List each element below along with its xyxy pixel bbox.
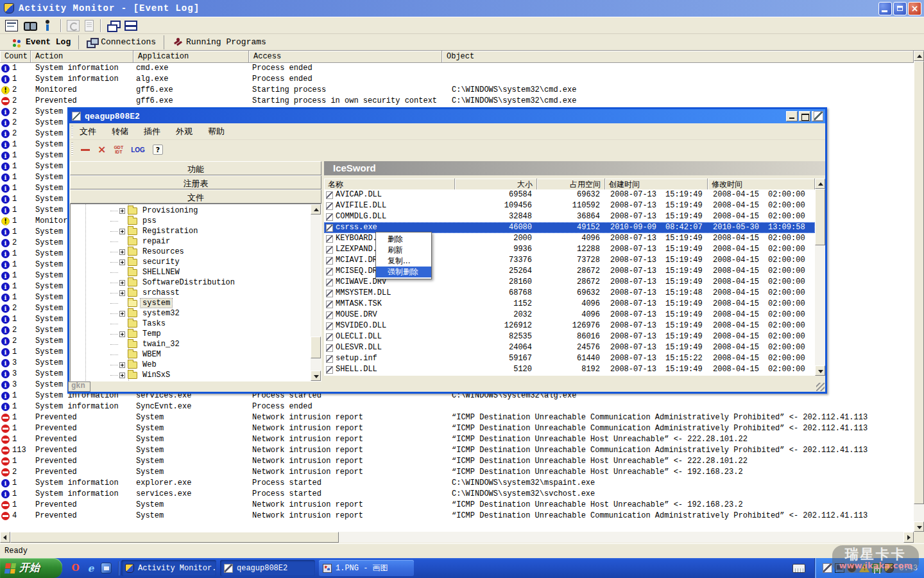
view-tab[interactable]: Connections [79,35,164,49]
column-header-action[interactable]: Action [31,51,133,63]
column-header-name[interactable]: 名称 [324,179,455,189]
context-menu-item[interactable]: 强制删除 [376,267,431,277]
tree-item[interactable]: Temp [110,329,311,339]
icesword-minimize-button[interactable] [786,111,798,121]
close-button[interactable] [908,2,921,15]
tree-item[interactable]: srchasst [110,288,311,298]
quick-launch-icon[interactable] [70,563,81,574]
tree-item[interactable]: security [110,257,311,267]
event-log-row[interactable]: 2 Monitored gff6.exe Starting process C:… [0,85,914,96]
file-row[interactable]: OLESVR.DLL 24064 24576 2008-07-1315:19:4… [324,342,815,353]
file-row[interactable]: MMTASK.TSK 1152 4096 2008-07-1315:19:49 … [324,299,815,310]
icesword-maximize-button[interactable] [799,111,810,121]
expander-icon[interactable] [119,331,125,337]
file-row[interactable]: MMSYSTEM.DLL 68768 69632 2008-07-1315:19… [324,288,815,299]
file-panel-button[interactable]: 文件 [70,189,321,204]
context-menu-item[interactable]: 删除 [376,234,431,245]
tree-item[interactable]: Resources [110,247,311,257]
scroll-right-button[interactable] [903,532,914,543]
file-row[interactable]: SHELL.DLL 5120 8192 2008-07-1315:19:49 2… [324,364,815,375]
event-log-row[interactable]: 4 Prevented System Network intrusion rep… [0,511,914,521]
scroll-up-button[interactable] [914,51,924,61]
properties-icon[interactable] [5,20,18,31]
expander-icon[interactable] [119,229,125,234]
column-header-modified[interactable]: 修改时间 [708,179,815,189]
event-log-row[interactable]: 1 System information services.exe Proces… [0,489,914,500]
event-log-row[interactable]: 1 System information cmd.exe Process end… [0,63,914,74]
quick-launch-icon[interactable] [85,563,96,574]
tree-item[interactable]: Provisioning [110,206,311,216]
horizontal-scroll-thumb[interactable] [10,532,339,543]
menu-item[interactable]: 文件 [80,126,96,137]
menu-item[interactable]: 帮助 [208,126,225,137]
event-log-row[interactable]: 1 Prevented System Network intrusion rep… [0,500,914,511]
expander-icon[interactable] [119,290,125,296]
resize-grip[interactable] [816,383,825,391]
file-list-scrollbar[interactable] [815,179,825,376]
file-row[interactable]: AVIFILE.DLL 109456 110592 2008-07-1315:1… [324,200,815,211]
function-panel-button[interactable]: 功能 [70,161,321,175]
tree-item[interactable]: SoftwareDistribution [110,277,311,288]
column-header-object[interactable]: Object [442,51,914,63]
expander-icon[interactable] [119,362,125,368]
vertical-scrollbar[interactable] [914,51,924,532]
event-log-row[interactable]: 1 System information SyncEvnt.exe Proces… [0,401,914,412]
event-log-row[interactable]: 2 Prevented gff6.exe Starting process in… [0,96,914,107]
expander-icon[interactable] [119,208,125,214]
tree-item[interactable]: system [110,298,311,308]
minimize-button[interactable] [878,2,892,15]
file-row[interactable]: MSVIDEO.DLL 126912 126976 2008-07-1315:1… [324,320,815,331]
tree-scroll-down[interactable] [311,371,321,381]
event-log-row[interactable]: 1 Prevented System Network intrusion rep… [0,456,914,467]
tree-item[interactable]: pss [110,216,311,226]
start-button[interactable]: 开始 [0,558,62,578]
expander-icon[interactable] [119,249,125,255]
file-row[interactable]: MOUSE.DRV 2032 4096 2008-07-1315:19:49 2… [324,310,815,320]
expander-icon[interactable] [119,311,125,317]
cascade-windows-icon[interactable] [107,20,119,31]
vertical-scroll-thumb[interactable] [914,61,924,504]
event-log-row[interactable]: 1 System information explorer.exe Proces… [0,478,914,489]
tree-item[interactable]: Registration [110,226,311,236]
horizontal-scrollbar[interactable] [0,532,914,543]
menu-item[interactable]: 外观 [176,126,193,137]
file-row[interactable]: OLECLI.DLL 82535 86016 2008-07-1315:19:4… [324,331,815,342]
event-log-row[interactable]: 1 Prevented System Network intrusion rep… [0,434,914,445]
scroll-left-button[interactable] [0,532,10,543]
column-header-size[interactable]: 大小 [455,179,537,189]
tree-item[interactable]: WBEM [110,349,311,360]
column-header-count[interactable]: Count [0,51,31,63]
view-tab[interactable]: Running Programs [164,35,274,49]
expander-icon[interactable] [119,280,125,286]
tree-item[interactable]: Web [110,360,311,370]
process-icon[interactable] [41,20,54,31]
menu-item[interactable]: 转储 [112,126,128,137]
event-log-row[interactable]: 1 Prevented System Network intrusion rep… [0,412,914,423]
expander-icon[interactable] [119,259,125,265]
file-scroll-down[interactable] [815,365,825,376]
registry-panel-button[interactable]: 注册表 [70,175,321,189]
find-icon[interactable] [23,20,36,31]
column-header-access[interactable]: Access [249,51,442,63]
tree-item[interactable]: twain_32 [110,339,311,349]
column-header-application[interactable]: Application [133,51,249,63]
tree-item[interactable]: SHELLNEW [110,267,311,277]
tree-item[interactable]: Tasks [110,319,311,329]
report-icon[interactable] [85,20,94,31]
taskbar-window-button[interactable]: qeagup808E2 [220,560,315,576]
tree-scrollbar[interactable] [311,204,321,381]
tree-item[interactable]: repair [110,236,311,247]
expander-icon[interactable] [119,372,125,378]
file-scroll-thumb[interactable] [815,189,825,245]
file-row[interactable]: COMMDLG.DLL 32848 36864 2008-07-1315:19:… [324,211,815,222]
context-menu-item[interactable]: 复制... [376,256,431,267]
tree-item[interactable]: system32 [110,308,311,319]
menu-item[interactable]: 插件 [144,126,160,137]
column-header-created[interactable]: 创建时间 [605,179,708,189]
minus-tool-icon[interactable] [81,149,90,151]
taskbar-window-button[interactable]: Activity Monitor... [121,560,216,576]
quick-launch-icon[interactable] [101,563,112,574]
column-header-space[interactable]: 占用空间 [537,179,605,189]
refresh-icon[interactable] [67,20,80,31]
keyboard-language-icon[interactable] [792,564,805,573]
